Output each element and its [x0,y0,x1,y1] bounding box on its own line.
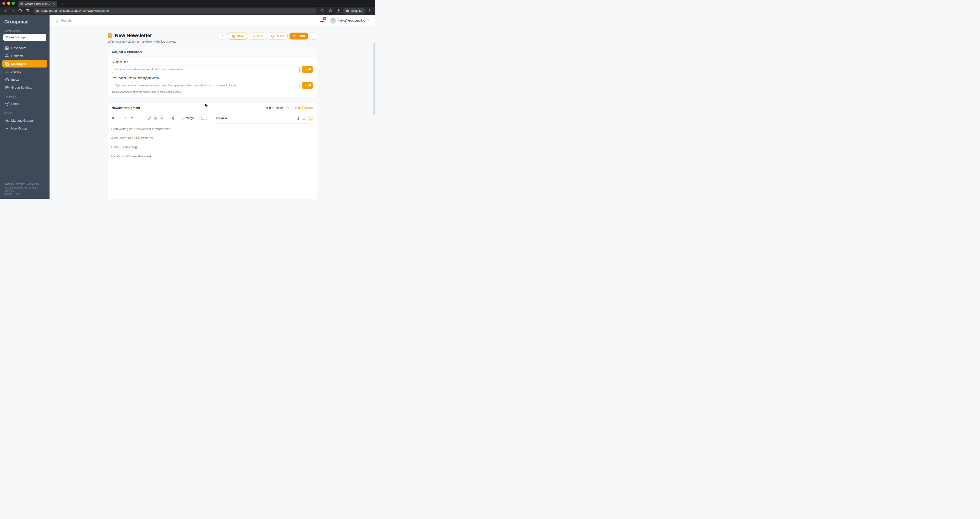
markdown-editor[interactable]: Start writing your newsletter in markdow… [108,123,212,199]
zoom-window-button[interactable] [12,2,15,5]
groups-nav: Manage Groups New Group [0,116,49,132]
merge-fields-button[interactable]: Merge [179,115,200,121]
sidebar-item-email[interactable]: Email [2,100,47,108]
browser-tab[interactable]: Create a new Message [18,1,57,7]
plus-icon [5,127,9,131]
browser-toolbar: nemo.groupmail.io/messages/new?type=news… [0,7,375,15]
email-preview-canvas [215,123,314,199]
save-icon [232,35,235,38]
minus-icon [166,117,169,120]
bullet-list-button[interactable] [135,115,140,121]
sidebar-item-inbox[interactable]: Inbox [2,76,47,83]
bullet-list-icon [136,117,139,120]
bold-button[interactable]: B [110,115,116,121]
newsletter-doc-icon [108,33,113,38]
tracking-protection-icon[interactable] [319,7,326,14]
smartphone-icon [296,117,299,120]
heading2-button[interactable]: H2 [129,115,134,121]
editor-placeholder-line: Start writing your newsletter in markdow… [111,127,208,131]
check-button[interactable]: Check [268,33,288,40]
incognito-icon [346,9,349,13]
emoji-button[interactable] [171,115,177,121]
sparkles-icon [304,68,307,71]
quote-button[interactable] [159,115,164,121]
more-options-button[interactable] [310,33,317,40]
sidebar-item-dashboard[interactable]: Dashboard [2,44,47,52]
back-button[interactable] [218,33,226,40]
image-button[interactable] [153,115,158,121]
bookmark-star-icon[interactable] [327,7,334,14]
tablet-preview-button[interactable] [301,116,307,121]
window-controls [0,0,18,7]
footer-link-about[interactable]: About Us [4,182,14,185]
mobile-preview-button[interactable] [295,116,301,121]
campaigns-section-label: Campaigns [0,91,49,99]
desktop-preview-button[interactable] [308,116,313,121]
save-button[interactable]: Save [229,33,247,40]
group-selector-value: My 2nd Group [6,36,25,39]
activity-icon [5,70,9,74]
notifications-button[interactable]: 4 [320,18,324,23]
browser-reload-button[interactable] [17,7,24,14]
link-button[interactable] [147,115,152,121]
new-tab-button[interactable] [60,2,64,6]
sidebar-item-manage-groups[interactable]: Manage Groups [2,117,47,124]
test-button[interactable]: Test [249,33,266,40]
browser-back-button[interactable] [2,7,9,14]
address-bar[interactable]: nemo.groupmail.io/messages/new?type=news… [33,8,317,14]
inbox-icon [5,78,9,81]
subject-line-input[interactable] [112,65,299,73]
sidebar-item-new-group[interactable]: New Group [2,125,47,132]
dashboard-icon [5,46,9,50]
horizontal-rule-button[interactable] [165,115,170,121]
monitor-icon [309,117,312,120]
close-window-button[interactable] [2,2,5,5]
notification-badge: 4 [323,17,326,20]
browser-menu-button[interactable] [366,7,373,14]
select-updown-icon [287,107,289,109]
editor-placeholder-line: Here's what's new this week... [111,155,208,158]
page-title: New Newsletter [115,33,152,38]
sidebar-item-contacts[interactable]: Contacts [2,52,47,60]
page-actions: Save Test Check Send [218,33,317,40]
send-plane-icon [293,35,296,38]
preview-label: Preview [216,117,227,120]
preheader-label: PreHeader Text (summary/preview) [112,77,313,80]
user-menu[interactable]: hello@groupmail.io [330,18,369,24]
split-view-icon[interactable] [24,7,30,14]
page-scrollbar[interactable] [374,43,375,115]
group-selector[interactable]: My 2nd Group [3,34,46,41]
tab-search-chevron-icon[interactable] [369,2,372,5]
smiley-icon [172,117,175,120]
downloads-icon[interactable] [335,7,342,14]
hide-preview-link[interactable]: Hide Preview [295,106,313,109]
preheader-ai-button[interactable]: AI [302,82,313,89]
numbered-list-button[interactable] [141,115,146,121]
minimize-window-button[interactable] [7,2,10,5]
copyright-text: © 2026 Groupmail Ltd. All rights reserve… [4,187,46,192]
footer-link-contact[interactable]: Contact Us [27,182,39,185]
site-settings-icon[interactable] [36,10,39,13]
tab-close-icon[interactable] [52,2,55,5]
image-icon [154,117,157,120]
groups-section-label: Groups [0,108,49,116]
send-button[interactable]: Send [290,33,308,40]
page-subtitle: Write your newsletter in markdown with l… [108,40,176,43]
heading1-button[interactable]: H1 [123,115,128,121]
sidebar-item-messages[interactable]: Messages [2,60,47,67]
sidebar: Groupmail Current Group My 2nd Group Das… [0,15,49,199]
editor-pane: B I H1 H2 [108,113,212,199]
footer-link-privacy[interactable]: Privacy [16,182,24,185]
subject-ai-button[interactable]: AI [302,66,313,73]
search-input[interactable]: Search... [55,19,73,22]
page-header: New Newsletter Write your newsletter in … [108,33,317,43]
browser-forward-button[interactable] [10,7,16,14]
theme-selector-value: Modern [275,106,285,109]
sidebar-item-group-settings[interactable]: Group Settings [2,84,47,91]
preheader-input[interactable] [112,81,299,89]
theme-selector[interactable]: Modern [264,105,292,111]
version-text: version: 0.26.0 [4,193,46,195]
sidebar-item-activity[interactable]: Activity [2,68,47,75]
kebab-menu-icon [312,35,315,38]
italic-button[interactable]: I [116,115,121,121]
